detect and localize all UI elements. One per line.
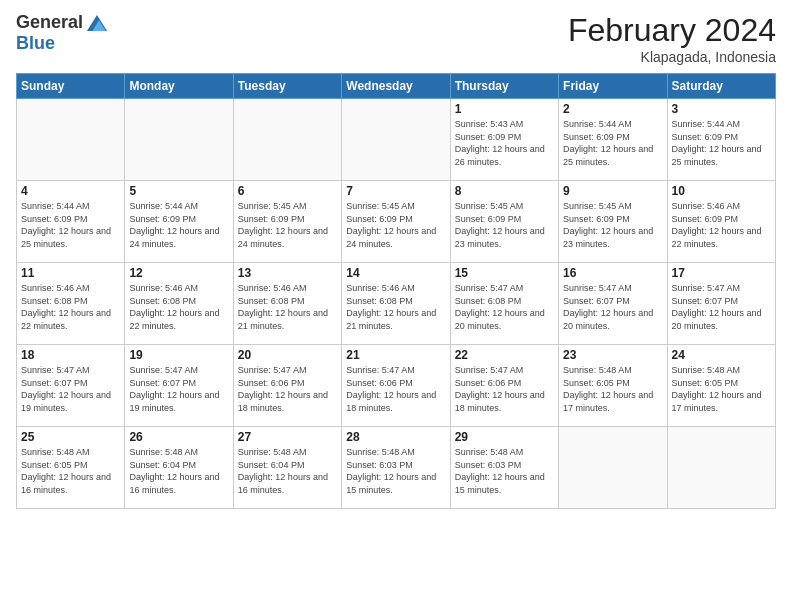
calendar-cell [233, 99, 341, 181]
calendar-cell [17, 99, 125, 181]
day-number: 3 [672, 102, 771, 116]
day-info: Sunrise: 5:46 AMSunset: 6:08 PMDaylight:… [21, 282, 120, 332]
calendar-cell: 13Sunrise: 5:46 AMSunset: 6:08 PMDayligh… [233, 263, 341, 345]
day-number: 24 [672, 348, 771, 362]
calendar-cell: 28Sunrise: 5:48 AMSunset: 6:03 PMDayligh… [342, 427, 450, 509]
day-info: Sunrise: 5:47 AMSunset: 6:07 PMDaylight:… [129, 364, 228, 414]
calendar-cell: 10Sunrise: 5:46 AMSunset: 6:09 PMDayligh… [667, 181, 775, 263]
calendar-cell [559, 427, 667, 509]
day-info: Sunrise: 5:48 AMSunset: 6:03 PMDaylight:… [455, 446, 554, 496]
day-number: 8 [455, 184, 554, 198]
calendar-day-header: Saturday [667, 74, 775, 99]
calendar-cell: 15Sunrise: 5:47 AMSunset: 6:08 PMDayligh… [450, 263, 558, 345]
calendar-cell: 19Sunrise: 5:47 AMSunset: 6:07 PMDayligh… [125, 345, 233, 427]
day-info: Sunrise: 5:48 AMSunset: 6:05 PMDaylight:… [672, 364, 771, 414]
calendar-week-row: 11Sunrise: 5:46 AMSunset: 6:08 PMDayligh… [17, 263, 776, 345]
day-number: 9 [563, 184, 662, 198]
day-number: 28 [346, 430, 445, 444]
calendar-cell: 24Sunrise: 5:48 AMSunset: 6:05 PMDayligh… [667, 345, 775, 427]
day-info: Sunrise: 5:47 AMSunset: 6:07 PMDaylight:… [21, 364, 120, 414]
calendar-cell [125, 99, 233, 181]
day-info: Sunrise: 5:48 AMSunset: 6:04 PMDaylight:… [238, 446, 337, 496]
day-number: 2 [563, 102, 662, 116]
logo: General Blue [16, 12, 107, 54]
calendar-cell: 3Sunrise: 5:44 AMSunset: 6:09 PMDaylight… [667, 99, 775, 181]
calendar-week-row: 4Sunrise: 5:44 AMSunset: 6:09 PMDaylight… [17, 181, 776, 263]
day-number: 20 [238, 348, 337, 362]
calendar-cell: 16Sunrise: 5:47 AMSunset: 6:07 PMDayligh… [559, 263, 667, 345]
calendar-cell: 6Sunrise: 5:45 AMSunset: 6:09 PMDaylight… [233, 181, 341, 263]
day-info: Sunrise: 5:46 AMSunset: 6:09 PMDaylight:… [672, 200, 771, 250]
title-section: February 2024 Klapagada, Indonesia [568, 12, 776, 65]
calendar-cell: 12Sunrise: 5:46 AMSunset: 6:08 PMDayligh… [125, 263, 233, 345]
day-number: 7 [346, 184, 445, 198]
calendar-cell: 9Sunrise: 5:45 AMSunset: 6:09 PMDaylight… [559, 181, 667, 263]
calendar-day-header: Friday [559, 74, 667, 99]
day-info: Sunrise: 5:48 AMSunset: 6:04 PMDaylight:… [129, 446, 228, 496]
calendar-cell: 29Sunrise: 5:48 AMSunset: 6:03 PMDayligh… [450, 427, 558, 509]
calendar-cell: 11Sunrise: 5:46 AMSunset: 6:08 PMDayligh… [17, 263, 125, 345]
calendar-day-header: Sunday [17, 74, 125, 99]
day-info: Sunrise: 5:47 AMSunset: 6:06 PMDaylight:… [455, 364, 554, 414]
day-info: Sunrise: 5:48 AMSunset: 6:03 PMDaylight:… [346, 446, 445, 496]
day-number: 18 [21, 348, 120, 362]
day-number: 6 [238, 184, 337, 198]
calendar-week-row: 25Sunrise: 5:48 AMSunset: 6:05 PMDayligh… [17, 427, 776, 509]
calendar-cell: 8Sunrise: 5:45 AMSunset: 6:09 PMDaylight… [450, 181, 558, 263]
day-number: 22 [455, 348, 554, 362]
calendar-cell: 7Sunrise: 5:45 AMSunset: 6:09 PMDaylight… [342, 181, 450, 263]
day-number: 29 [455, 430, 554, 444]
day-number: 25 [21, 430, 120, 444]
header: General Blue February 2024 Klapagada, In… [16, 12, 776, 65]
day-info: Sunrise: 5:48 AMSunset: 6:05 PMDaylight:… [563, 364, 662, 414]
calendar-cell: 26Sunrise: 5:48 AMSunset: 6:04 PMDayligh… [125, 427, 233, 509]
calendar-cell: 27Sunrise: 5:48 AMSunset: 6:04 PMDayligh… [233, 427, 341, 509]
day-info: Sunrise: 5:45 AMSunset: 6:09 PMDaylight:… [563, 200, 662, 250]
calendar-header-row: SundayMondayTuesdayWednesdayThursdayFrid… [17, 74, 776, 99]
day-info: Sunrise: 5:44 AMSunset: 6:09 PMDaylight:… [129, 200, 228, 250]
calendar-cell: 22Sunrise: 5:47 AMSunset: 6:06 PMDayligh… [450, 345, 558, 427]
day-number: 16 [563, 266, 662, 280]
day-number: 23 [563, 348, 662, 362]
day-number: 26 [129, 430, 228, 444]
day-number: 15 [455, 266, 554, 280]
subtitle: Klapagada, Indonesia [568, 49, 776, 65]
calendar-cell: 18Sunrise: 5:47 AMSunset: 6:07 PMDayligh… [17, 345, 125, 427]
day-info: Sunrise: 5:47 AMSunset: 6:08 PMDaylight:… [455, 282, 554, 332]
month-title: February 2024 [568, 12, 776, 49]
calendar-day-header: Tuesday [233, 74, 341, 99]
day-info: Sunrise: 5:48 AMSunset: 6:05 PMDaylight:… [21, 446, 120, 496]
calendar-table: SundayMondayTuesdayWednesdayThursdayFrid… [16, 73, 776, 509]
day-info: Sunrise: 5:44 AMSunset: 6:09 PMDaylight:… [563, 118, 662, 168]
day-number: 5 [129, 184, 228, 198]
calendar-day-header: Thursday [450, 74, 558, 99]
day-number: 4 [21, 184, 120, 198]
calendar-cell: 25Sunrise: 5:48 AMSunset: 6:05 PMDayligh… [17, 427, 125, 509]
day-info: Sunrise: 5:47 AMSunset: 6:07 PMDaylight:… [563, 282, 662, 332]
day-number: 12 [129, 266, 228, 280]
day-number: 13 [238, 266, 337, 280]
day-info: Sunrise: 5:45 AMSunset: 6:09 PMDaylight:… [238, 200, 337, 250]
calendar-cell [667, 427, 775, 509]
calendar-week-row: 1Sunrise: 5:43 AMSunset: 6:09 PMDaylight… [17, 99, 776, 181]
calendar-week-row: 18Sunrise: 5:47 AMSunset: 6:07 PMDayligh… [17, 345, 776, 427]
page: General Blue February 2024 Klapagada, In… [0, 0, 792, 612]
day-number: 19 [129, 348, 228, 362]
calendar-cell [342, 99, 450, 181]
day-number: 14 [346, 266, 445, 280]
logo-blue: Blue [16, 33, 55, 53]
day-number: 21 [346, 348, 445, 362]
calendar-cell: 20Sunrise: 5:47 AMSunset: 6:06 PMDayligh… [233, 345, 341, 427]
day-info: Sunrise: 5:46 AMSunset: 6:08 PMDaylight:… [238, 282, 337, 332]
day-info: Sunrise: 5:44 AMSunset: 6:09 PMDaylight:… [672, 118, 771, 168]
day-number: 10 [672, 184, 771, 198]
calendar-cell: 17Sunrise: 5:47 AMSunset: 6:07 PMDayligh… [667, 263, 775, 345]
calendar-cell: 21Sunrise: 5:47 AMSunset: 6:06 PMDayligh… [342, 345, 450, 427]
day-info: Sunrise: 5:45 AMSunset: 6:09 PMDaylight:… [346, 200, 445, 250]
day-info: Sunrise: 5:45 AMSunset: 6:09 PMDaylight:… [455, 200, 554, 250]
calendar-day-header: Monday [125, 74, 233, 99]
calendar-cell: 5Sunrise: 5:44 AMSunset: 6:09 PMDaylight… [125, 181, 233, 263]
day-info: Sunrise: 5:47 AMSunset: 6:06 PMDaylight:… [238, 364, 337, 414]
calendar-cell: 4Sunrise: 5:44 AMSunset: 6:09 PMDaylight… [17, 181, 125, 263]
day-number: 17 [672, 266, 771, 280]
